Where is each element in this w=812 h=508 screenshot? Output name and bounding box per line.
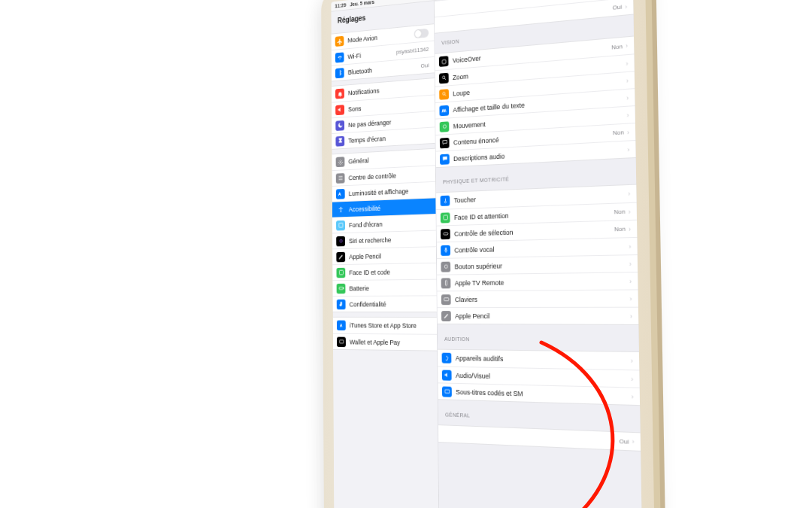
- chevron-right-icon: ›: [631, 357, 633, 365]
- svg-text:A: A: [338, 192, 341, 196]
- chevron-right-icon: ›: [632, 437, 634, 446]
- keyboard-icon: [441, 294, 451, 305]
- wifi-icon: [335, 52, 344, 62]
- chevron-right-icon: ›: [629, 242, 631, 251]
- svg-rect-5: [339, 270, 343, 275]
- svg-text:A: A: [340, 324, 342, 327]
- audio-icon: [442, 370, 452, 380]
- chevron-right-icon: ›: [629, 225, 631, 233]
- group-hearing: Appareils auditifs › Audio/Visuel › Sous…: [438, 349, 640, 406]
- text-size-icon: A: [336, 188, 345, 199]
- sidebar-item-battery[interactable]: Batterie: [333, 279, 437, 297]
- row-subtitles[interactable]: Sous-titres codés et SM ›: [438, 382, 641, 405]
- row-general-ghost[interactable]: Oui ›: [438, 425, 641, 451]
- chevron-right-icon: ›: [626, 59, 628, 68]
- pencil-icon: [441, 311, 451, 321]
- magnifier-icon: [439, 89, 449, 100]
- cc-icon: [442, 386, 452, 397]
- chevron-right-icon: ›: [628, 190, 630, 198]
- siri-icon: [336, 236, 345, 246]
- svg-rect-7: [343, 287, 344, 288]
- chevron-right-icon: ›: [630, 312, 632, 321]
- speech-icon: [440, 137, 450, 148]
- chevron-right-icon: ›: [629, 277, 632, 285]
- svg-point-15: [444, 201, 446, 202]
- detail-pane: Non › Oui › VISION VoiceOver: [435, 0, 643, 508]
- sidebar-item-faceid[interactable]: Face ID et code: [332, 263, 436, 280]
- sliders-icon: [336, 173, 345, 184]
- row-appletv-remote[interactable]: Apple TV Remote ›: [437, 272, 638, 291]
- wifi-value: psyasbl11342: [396, 46, 429, 56]
- svg-rect-18: [445, 248, 446, 251]
- bt-value: Oui: [420, 62, 429, 69]
- svg-text:AA: AA: [441, 109, 446, 113]
- gear-icon: [336, 157, 345, 167]
- chevron-right-icon: ›: [626, 93, 629, 102]
- svg-rect-21: [444, 298, 448, 301]
- wifi-label: Wi-Fi: [347, 49, 393, 60]
- chevron-right-icon: ›: [629, 294, 632, 303]
- ear-icon: [442, 353, 452, 364]
- group-general-bottom: Oui ›: [438, 424, 641, 452]
- textsize-icon: AA: [439, 105, 449, 116]
- svg-rect-16: [443, 215, 447, 220]
- sidebar-group-notifications: Notifications Sons Ne pas déranger: [332, 78, 435, 150]
- svg-rect-3: [338, 223, 342, 227]
- zoom-icon: [439, 72, 449, 84]
- sidebar-item-wallet[interactable]: Wallet et Apple Pay: [333, 333, 437, 351]
- bluetooth-icon: [335, 68, 344, 78]
- chevron-right-icon: ›: [631, 392, 633, 400]
- group-physical: Toucher › Face ID et attention Non › Con…: [436, 184, 638, 325]
- row-keyboards[interactable]: Claviers ›: [437, 289, 638, 307]
- row-applepencil[interactable]: Apple Pencil ›: [438, 307, 639, 324]
- airplane-toggle[interactable]: [414, 29, 429, 38]
- audio-desc-icon: [440, 154, 450, 164]
- svg-rect-17: [443, 233, 447, 235]
- section-header-hearing: AUDITION: [438, 329, 639, 347]
- group-vision: VoiceOver Non › Zoom › Loupe ›: [435, 35, 635, 168]
- row-top-button[interactable]: Bouton supérieur ›: [437, 254, 638, 275]
- section-header-general: GÉNÉRAL: [438, 404, 641, 427]
- button-icon: [441, 261, 450, 272]
- hand-icon: [337, 299, 346, 309]
- svg-rect-6: [339, 287, 343, 290]
- sidebar-group-general: Général Centre de contrôle A Luminosité …: [332, 148, 437, 312]
- switch-icon: [441, 229, 450, 239]
- sidebar-item-itunes[interactable]: A iTunes Store et App Store: [333, 318, 437, 334]
- wallet-icon: [337, 336, 346, 347]
- remote-icon: [441, 278, 451, 288]
- pencil-icon: [336, 251, 345, 262]
- chevron-right-icon: ›: [626, 77, 629, 85]
- chevron-right-icon: ›: [629, 208, 631, 216]
- svg-point-14: [443, 125, 446, 129]
- status-date: Jeu. 5 mars: [350, 0, 374, 7]
- svg-point-19: [444, 265, 447, 269]
- chevron-right-icon: ›: [631, 375, 633, 383]
- wallpaper-icon: [336, 220, 345, 230]
- appstore-icon: A: [337, 321, 346, 330]
- bt-label: Bluetooth: [348, 62, 418, 75]
- sidebar-item-privacy[interactable]: Confidentialité: [333, 295, 437, 312]
- svg-point-4: [340, 239, 342, 242]
- status-time: 11:29: [335, 2, 346, 8]
- faceid-icon: [336, 267, 345, 278]
- accessibility-icon: [336, 204, 345, 214]
- airplane-icon: [335, 36, 344, 47]
- svg-point-2: [340, 207, 341, 208]
- faceid-icon: [441, 212, 450, 223]
- sidebar-item-pencil[interactable]: Apple Pencil: [332, 246, 436, 264]
- moon-icon: [335, 120, 344, 130]
- bell-icon: [335, 88, 344, 99]
- chevron-right-icon: ›: [626, 41, 628, 50]
- hourglass-icon: [335, 135, 344, 146]
- chevron-right-icon: ›: [629, 260, 632, 268]
- sidebar-item-siri[interactable]: Siri et recherche: [332, 230, 436, 249]
- battery-icon: [337, 283, 346, 293]
- svg-rect-9: [339, 340, 343, 343]
- screen: 11:29 Jeu. 5 mars Réglages Mode Avion: [331, 0, 643, 508]
- chevron-right-icon: ›: [626, 111, 629, 119]
- sidebar-group-store: A iTunes Store et App Store Wallet et Ap…: [333, 317, 437, 351]
- sidebar-group-connectivity: Mode Avion Wi-Fi psyasbl11342 Bluetooth …: [332, 23, 435, 81]
- airplane-label: Mode Avion: [347, 31, 414, 44]
- speaker-icon: [335, 105, 344, 115]
